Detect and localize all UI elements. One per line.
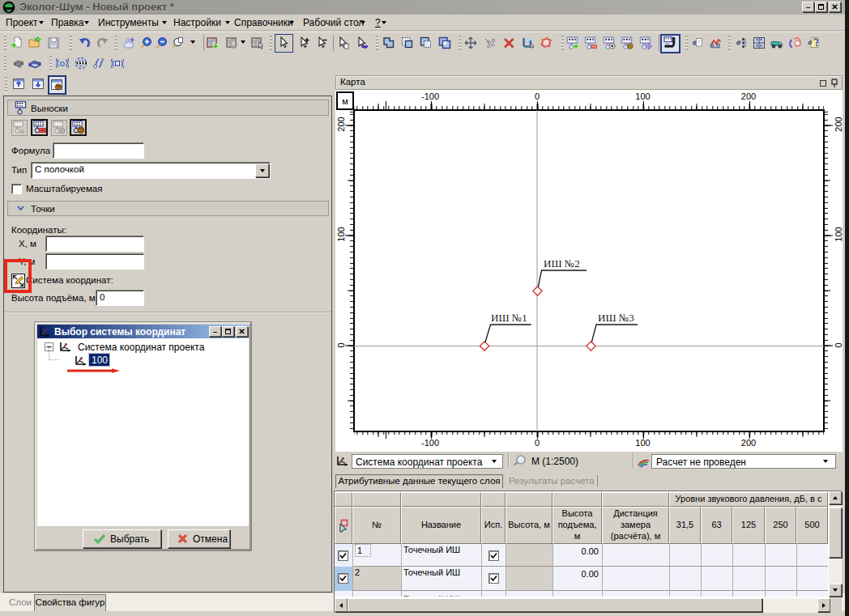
svg-text:ИШ №2: ИШ №2: [544, 257, 580, 270]
svg-text:ИШ №1: ИШ №1: [491, 312, 527, 324]
svg-text:ИШ №3: ИШ №3: [598, 312, 634, 324]
